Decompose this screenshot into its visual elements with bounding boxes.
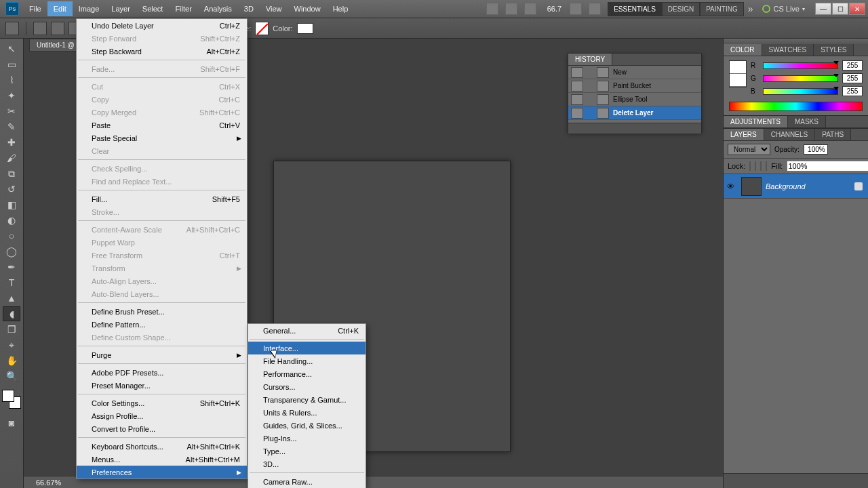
eyedropper-tool[interactable]: ✎	[3, 119, 20, 134]
b-value[interactable]: 255	[842, 86, 863, 96]
crop-tool[interactable]: ✂	[3, 104, 20, 119]
blur-tool[interactable]: ○	[3, 228, 20, 243]
menu-item-paste-special[interactable]: Paste Special▶	[77, 131, 247, 144]
extras-icon[interactable]	[589, 3, 601, 15]
bridge-icon[interactable]	[486, 3, 498, 15]
color-swatch[interactable]	[297, 23, 313, 34]
menu-image[interactable]: Image	[73, 1, 106, 16]
menu-item-keyboard-shortcuts-[interactable]: Keyboard Shortcuts...Alt+Shift+Ctrl+K	[77, 440, 247, 453]
tab-color[interactable]: COLOR	[724, 44, 762, 56]
layer-row[interactable]: 👁 Background	[724, 174, 868, 199]
foreground-color[interactable]	[2, 390, 14, 402]
lasso-tool[interactable]: ⌇	[3, 73, 20, 87]
add-selection-icon[interactable]	[51, 22, 64, 35]
brush-tool[interactable]: 🖌	[3, 150, 20, 165]
workspace-design[interactable]: DESIGN	[662, 2, 700, 16]
healing-tool[interactable]: ✚	[3, 135, 20, 150]
eraser-tool[interactable]: ◧	[3, 197, 20, 212]
menu-select[interactable]: Select	[136, 1, 170, 16]
menu-layer[interactable]: Layer	[105, 1, 136, 16]
shape-tool[interactable]: ◖	[3, 306, 20, 321]
maximize-button[interactable]: ☐	[832, 3, 848, 15]
menu-item-convert-to-profile-[interactable]: Convert to Profile...	[77, 422, 247, 435]
menu-item-file-handling-[interactable]: File Handling...	[248, 354, 366, 367]
menu-item-preset-manager-[interactable]: Preset Manager...	[77, 379, 247, 392]
menu-item-define-brush-preset-[interactable]: Define Brush Preset...	[77, 305, 247, 318]
gradient-tool[interactable]: ◐	[3, 213, 20, 228]
type-tool[interactable]: T	[3, 275, 20, 290]
hand-tool[interactable]: ✋	[3, 353, 20, 368]
menu-item-fill-[interactable]: Fill...Shift+F5	[77, 192, 247, 205]
r-slider[interactable]	[763, 62, 838, 69]
quick-mask-icon[interactable]: ◙	[3, 415, 20, 430]
workspace-painting[interactable]: PAINTING	[700, 2, 743, 16]
menu-item-menus-[interactable]: Menus...Alt+Shift+Ctrl+M	[77, 453, 247, 466]
menu-filter[interactable]: Filter	[169, 1, 197, 16]
color-picker[interactable]	[2, 390, 21, 409]
menu-item-transparency-gamut-[interactable]: Transparency & Gamut...	[248, 393, 366, 406]
zoom-level[interactable]: 66.7	[543, 5, 566, 13]
close-button[interactable]: ✕	[849, 3, 865, 15]
menu-item-color-settings-[interactable]: Color Settings...Shift+Ctrl+K	[77, 396, 247, 409]
menu-3d[interactable]: 3D	[238, 1, 260, 16]
lock-position-icon[interactable]	[760, 161, 762, 171]
menu-item-step-backward[interactable]: Step BackwardAlt+Ctrl+Z	[77, 45, 247, 58]
menu-item-general-[interactable]: General...Ctrl+K	[248, 324, 366, 337]
3d-camera-tool[interactable]: ⌖	[3, 338, 20, 352]
menu-item-camera-raw-[interactable]: Camera Raw...	[248, 475, 366, 488]
tab-swatches[interactable]: SWATCHES	[762, 44, 814, 56]
lock-all-icon[interactable]	[766, 161, 767, 171]
menu-item-purge[interactable]: Purge▶	[77, 348, 247, 361]
fill-input[interactable]	[787, 161, 868, 171]
blend-mode-select[interactable]: Normal	[728, 144, 770, 155]
b-slider[interactable]	[763, 88, 838, 95]
marquee-tool[interactable]: ▭	[3, 57, 20, 72]
history-item[interactable]: Paint Bucket	[568, 79, 701, 93]
color-ramp[interactable]	[729, 102, 863, 111]
document-tab[interactable]: Untitled-1 @	[29, 39, 82, 52]
color-preview[interactable]	[729, 60, 747, 87]
dodge-tool[interactable]: ◯	[3, 244, 20, 259]
stamp-tool[interactable]: ⧉	[3, 166, 20, 181]
menu-item-units-rulers-[interactable]: Units & Rulers...	[248, 406, 366, 419]
menu-edit[interactable]: Edit	[47, 1, 73, 16]
move-tool[interactable]: ↖	[3, 41, 20, 56]
more-workspaces-icon[interactable]: »	[748, 3, 753, 14]
history-item[interactable]: Ellipse Tool	[568, 93, 701, 106]
menu-view[interactable]: View	[260, 1, 288, 16]
menu-help[interactable]: Help	[327, 1, 355, 16]
tab-paths[interactable]: PATHS	[815, 129, 851, 140]
g-value[interactable]: 255	[842, 73, 863, 83]
menu-item-interface-[interactable]: Interface...	[248, 342, 366, 354]
menu-item-adobe-pdf-presets-[interactable]: Adobe PDF Presets...	[77, 366, 247, 379]
r-value[interactable]: 255	[842, 60, 863, 70]
tab-layers[interactable]: LAYERS	[724, 129, 764, 140]
layer-name[interactable]: Background	[766, 182, 806, 190]
screen-mode-icon[interactable]	[570, 3, 582, 15]
g-slider[interactable]	[763, 75, 838, 82]
menu-item-plug-ins-[interactable]: Plug-Ins...	[248, 432, 366, 445]
status-zoom[interactable]: 66.67%	[36, 479, 61, 487]
tab-history[interactable]: HISTORY	[568, 54, 612, 65]
minibridge-icon[interactable]	[505, 3, 517, 15]
style-normal-icon[interactable]	[255, 22, 269, 35]
minimize-button[interactable]: —	[815, 3, 831, 15]
new-selection-icon[interactable]	[33, 22, 47, 35]
history-item[interactable]: Delete Layer	[568, 106, 701, 120]
arrange-icon[interactable]	[524, 3, 536, 15]
history-brush-tool[interactable]: ↺	[3, 182, 20, 197]
menu-window[interactable]: Window	[288, 1, 327, 16]
workspace-essentials[interactable]: ESSENTIALS	[608, 2, 662, 16]
path-select-tool[interactable]: ▲	[3, 291, 20, 306]
pen-tool[interactable]: ✒	[3, 260, 20, 274]
quick-select-tool[interactable]: ✦	[3, 88, 20, 103]
menu-item-assign-profile-[interactable]: Assign Profile...	[77, 409, 247, 422]
menu-item--d-[interactable]: 3D...	[248, 458, 366, 470]
cs-live-button[interactable]: CS Live ▾	[757, 5, 810, 13]
3d-tool[interactable]: ❒	[3, 322, 20, 337]
menu-item-define-pattern-[interactable]: Define Pattern...	[77, 318, 247, 331]
menu-item-guides-grid-slices-[interactable]: Guides, Grid, & Slices...	[248, 419, 366, 432]
menu-item-cursors-[interactable]: Cursors...	[248, 380, 366, 393]
lock-transparency-icon[interactable]	[749, 161, 751, 171]
visibility-icon[interactable]: 👁	[724, 182, 737, 190]
